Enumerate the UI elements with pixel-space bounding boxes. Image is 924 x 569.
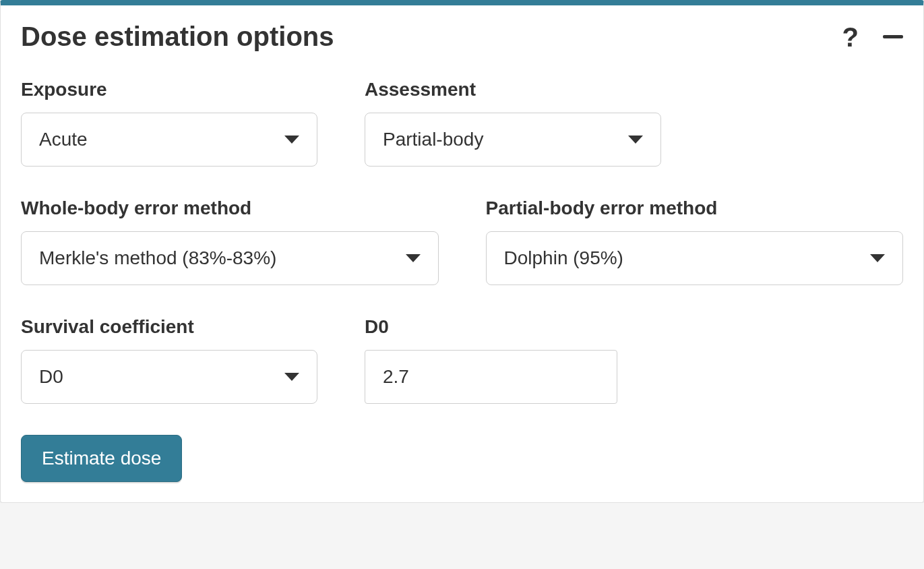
chevron-down-icon [628, 136, 643, 144]
estimate-dose-button[interactable]: Estimate dose [21, 435, 182, 482]
assessment-value: Partial-body [383, 129, 628, 150]
whole-body-error-value: Merkle's method (83%-83%) [39, 247, 406, 269]
survival-coeff-label: Survival coefficient [21, 316, 317, 338]
exposure-group: Exposure Acute [21, 79, 317, 167]
survival-coeff-value: D0 [39, 366, 284, 388]
d0-input[interactable] [365, 350, 617, 404]
partial-body-error-select[interactable]: Dolphin (95%) [486, 231, 904, 285]
panel-header: Dose estimation options ? [21, 22, 903, 52]
assessment-label: Assessment [365, 79, 661, 100]
partial-body-error-label: Partial-body error method [486, 198, 904, 219]
chevron-down-icon [870, 254, 885, 262]
exposure-select[interactable]: Acute [21, 113, 317, 167]
dose-estimation-panel: Dose estimation options ? Exposure Acute… [0, 0, 924, 503]
chevron-down-icon [284, 136, 299, 144]
partial-body-error-value: Dolphin (95%) [504, 247, 871, 269]
chevron-down-icon [406, 254, 421, 262]
partial-body-error-group: Partial-body error method Dolphin (95%) [486, 198, 904, 285]
d0-label: D0 [365, 316, 617, 338]
minimize-icon[interactable] [883, 35, 903, 38]
d0-group: D0 [365, 316, 617, 404]
exposure-label: Exposure [21, 79, 317, 100]
survival-coeff-select[interactable]: D0 [21, 350, 317, 404]
survival-coeff-group: Survival coefficient D0 [21, 316, 317, 404]
help-icon[interactable]: ? [842, 24, 859, 51]
whole-body-error-group: Whole-body error method Merkle's method … [21, 198, 439, 285]
whole-body-error-select[interactable]: Merkle's method (83%-83%) [21, 231, 439, 285]
whole-body-error-label: Whole-body error method [21, 198, 439, 219]
chevron-down-icon [284, 373, 299, 381]
panel-title: Dose estimation options [21, 22, 334, 52]
exposure-value: Acute [39, 129, 284, 150]
assessment-group: Assessment Partial-body [365, 79, 661, 167]
assessment-select[interactable]: Partial-body [365, 113, 661, 167]
